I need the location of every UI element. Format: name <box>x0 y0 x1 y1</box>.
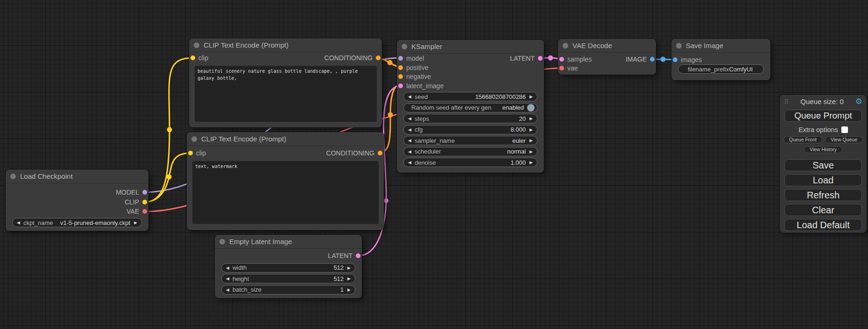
output-dot-latent[interactable] <box>538 56 543 61</box>
negative-prompt-textarea[interactable]: text, watermark <box>192 161 379 224</box>
filename-prefix-widget[interactable]: filename_prefix ComfyUI <box>678 64 764 74</box>
load-button[interactable]: Load <box>784 174 862 186</box>
node-status-dot <box>191 136 197 142</box>
node-title-bar[interactable]: CLIP Text Encode (Prompt) <box>187 132 384 146</box>
wire-clip-to-negative <box>145 153 191 202</box>
increment-arrow-icon[interactable]: ▶ <box>529 160 533 165</box>
output-label-vae: VAE <box>127 208 139 215</box>
input-dot-clip[interactable] <box>191 56 195 60</box>
view-queue-button[interactable]: View Queue <box>825 136 863 143</box>
node-title: Empty Latent Image <box>229 238 292 245</box>
reroute-dot <box>167 175 172 180</box>
output-label-latent: LATENT <box>328 252 353 259</box>
node-title: Save Image <box>686 42 723 49</box>
node-title: KSampler <box>411 42 442 50</box>
node-title-bar[interactable]: VAE Decode <box>558 39 656 53</box>
node-title-bar[interactable]: KSampler <box>397 40 544 54</box>
seed-widget[interactable]: ◀ seed 156680208700286 ▶ <box>403 92 537 101</box>
reroute-dot <box>167 127 172 133</box>
decrement-arrow-icon[interactable]: ◀ <box>226 276 229 281</box>
cfg-widget[interactable]: ◀ cfg 8.000 ▶ <box>403 125 537 134</box>
refresh-button[interactable]: Refresh <box>784 189 862 201</box>
increment-arrow-icon[interactable]: ▶ <box>529 94 533 99</box>
node-empty-latent-image[interactable]: Empty Latent Image LATENT ◀ width 512 ▶ … <box>215 235 362 298</box>
input-dot-latent-image[interactable] <box>398 84 403 88</box>
increment-arrow-icon[interactable]: ▶ <box>347 266 351 270</box>
node-vae-decode[interactable]: VAE Decode samples IMAGE vae <box>558 39 656 75</box>
output-dot-conditioning[interactable] <box>376 56 381 60</box>
decrement-arrow-icon[interactable]: ◀ <box>17 220 20 225</box>
node-save-image[interactable]: Save Image images filename_prefix ComfyU… <box>671 39 770 80</box>
reroute-dot <box>661 57 666 62</box>
output-dot-conditioning[interactable] <box>378 151 382 155</box>
input-dot-images[interactable] <box>673 57 677 62</box>
increment-arrow-icon[interactable]: ▶ <box>529 149 533 154</box>
decrement-arrow-icon[interactable]: ◀ <box>408 138 411 143</box>
save-button[interactable]: Save <box>784 159 862 171</box>
node-title-bar[interactable]: Save Image <box>671 39 770 53</box>
settings-gear-icon[interactable]: ⚙ <box>855 98 862 105</box>
queue-control-panel: ⠿ Queue size: 0 ⚙ Queue Prompt Extra opt… <box>780 95 867 233</box>
node-clip-text-encode-negative[interactable]: CLIP Text Encode (Prompt) clip CONDITION… <box>187 132 384 230</box>
width-widget[interactable]: ◀ width 512 ▶ <box>221 263 355 273</box>
positive-prompt-textarea[interactable]: beautiful scenery nature glass bottle la… <box>195 66 377 122</box>
view-history-button[interactable]: View History <box>804 146 842 153</box>
input-dot-vae[interactable] <box>559 66 564 70</box>
increment-arrow-icon[interactable]: ▶ <box>529 138 533 143</box>
reroute-dot <box>388 60 393 65</box>
output-label-model: MODEL <box>116 189 139 196</box>
node-title: CLIP Text Encode (Prompt) <box>201 135 286 143</box>
input-label-clip: clip <box>198 54 208 62</box>
node-title-bar[interactable]: Load Checkpoint <box>6 169 148 183</box>
input-dot-positive[interactable] <box>398 65 403 70</box>
input-dot-samples[interactable] <box>559 57 564 62</box>
reroute-dot <box>548 56 553 61</box>
decrement-arrow-icon[interactable]: ◀ <box>408 160 411 165</box>
queue-front-button[interactable]: Queue Front <box>783 136 822 143</box>
increment-arrow-icon[interactable]: ▶ <box>347 287 351 292</box>
input-dot-negative[interactable] <box>398 74 403 79</box>
increment-arrow-icon[interactable]: ▶ <box>134 220 137 225</box>
decrement-arrow-icon[interactable]: ◀ <box>226 266 229 270</box>
sampler-name-widget[interactable]: ◀ sampler_name euler ▶ <box>403 136 537 145</box>
input-dot-model[interactable] <box>398 56 403 61</box>
queue-prompt-button[interactable]: Queue Prompt <box>784 110 862 122</box>
extra-options-checkbox[interactable] <box>841 126 848 133</box>
output-dot-clip[interactable] <box>142 200 147 204</box>
widget-label: ckpt_name <box>23 219 53 226</box>
decrement-arrow-icon[interactable]: ◀ <box>408 149 411 154</box>
output-label-conditioning: CONDITIONING <box>325 54 373 62</box>
decrement-arrow-icon[interactable]: ◀ <box>226 287 229 292</box>
node-title-bar[interactable]: CLIP Text Encode (Prompt) <box>189 38 382 52</box>
node-ksampler[interactable]: KSampler model LATENT positive negative … <box>397 40 544 173</box>
node-status-dot <box>402 44 407 49</box>
increment-arrow-icon[interactable]: ▶ <box>529 116 533 121</box>
node-clip-text-encode-positive[interactable]: CLIP Text Encode (Prompt) clip CONDITION… <box>189 38 382 127</box>
output-dot-image[interactable] <box>650 57 655 62</box>
increment-arrow-icon[interactable]: ▶ <box>347 276 351 281</box>
reroute-dot <box>388 112 393 118</box>
decrement-arrow-icon[interactable]: ◀ <box>408 127 411 132</box>
decrement-arrow-icon[interactable]: ◀ <box>408 94 411 99</box>
load-default-button[interactable]: Load Default <box>784 219 862 231</box>
drag-handle-icon[interactable]: ⠿ <box>784 98 789 105</box>
toggle-circle[interactable] <box>527 104 535 112</box>
clear-button[interactable]: Clear <box>784 204 862 216</box>
denoise-widget[interactable]: ◀ denoise 1.000 ▶ <box>403 158 537 167</box>
height-widget[interactable]: ◀ height 512 ▶ <box>221 274 355 283</box>
output-dot-latent[interactable] <box>356 253 360 258</box>
input-dot-clip[interactable] <box>188 151 193 155</box>
node-title-bar[interactable]: Empty Latent Image <box>215 235 362 249</box>
ckpt-name-widget[interactable]: ◀ ckpt_name v1-5-pruned-emaonly.ckpt ▶ <box>12 218 142 227</box>
scheduler-widget[interactable]: ◀ scheduler normal ▶ <box>403 147 537 156</box>
batch-size-widget[interactable]: ◀ batch_size 1 ▶ <box>221 285 355 294</box>
node-load-checkpoint[interactable]: Load Checkpoint MODEL CLIP VAE ◀ ckpt_na… <box>6 169 148 231</box>
random-seed-toggle-widget[interactable]: Random seed after every gen enabled <box>403 103 537 112</box>
decrement-arrow-icon[interactable]: ◀ <box>408 116 411 121</box>
steps-widget[interactable]: ◀ steps 20 ▶ <box>403 114 537 123</box>
output-dot-vae[interactable] <box>142 209 147 214</box>
output-label-latent: LATENT <box>510 55 535 62</box>
increment-arrow-icon[interactable]: ▶ <box>529 127 533 132</box>
node-graph-canvas[interactable]: Load Checkpoint MODEL CLIP VAE ◀ ckpt_na… <box>0 0 868 329</box>
output-dot-model[interactable] <box>142 190 147 195</box>
